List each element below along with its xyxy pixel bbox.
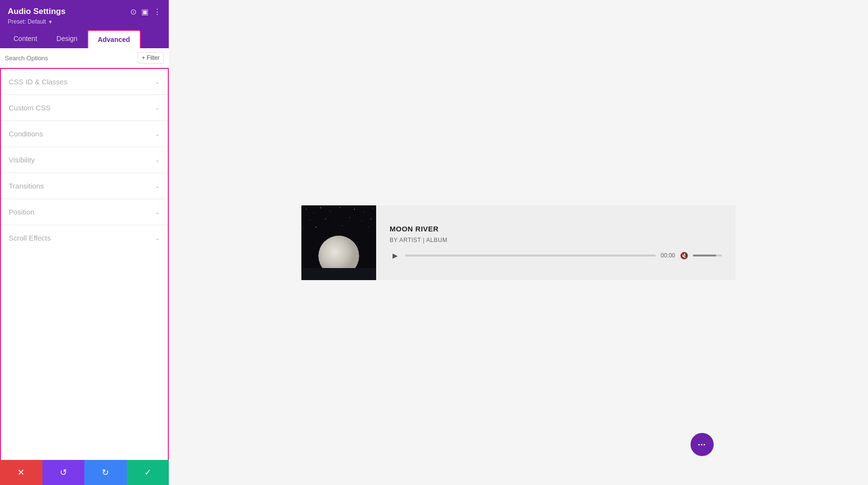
accordion-label-conditions: Conditions xyxy=(9,130,43,138)
chevron-down-icon: ⌄ xyxy=(155,104,160,111)
fab-icon: ••• xyxy=(698,442,706,447)
bottom-toolbar: ✕ ↺ ↻ ✓ xyxy=(0,460,169,485)
fab-button[interactable]: ••• xyxy=(691,433,714,456)
layout-icon[interactable]: ▣ xyxy=(141,7,149,16)
progress-bar[interactable] xyxy=(405,255,656,256)
svg-point-20 xyxy=(369,227,369,227)
accordion-label-position: Position xyxy=(9,208,34,216)
tab-content[interactable]: Content xyxy=(4,30,47,48)
tab-design[interactable]: Design xyxy=(47,30,87,48)
save-icon: ✓ xyxy=(144,467,151,478)
player-controls: ▶ 00:00 🔇 xyxy=(390,250,722,261)
filter-label: + Filter xyxy=(142,54,160,61)
accordion-item-position: Position ⌄ xyxy=(1,199,168,225)
svg-point-13 xyxy=(349,217,350,217)
accordion-header-conditions[interactable]: Conditions ⌄ xyxy=(1,121,168,147)
preset-label: Preset: Default xyxy=(8,18,46,25)
cancel-icon: ✕ xyxy=(17,467,25,478)
accordion-item-css-id: CSS ID & Classes ⌄ xyxy=(1,69,168,95)
svg-rect-27 xyxy=(301,268,376,276)
accordion-label-scroll-effects: Scroll Effects xyxy=(9,234,51,242)
tabs-row: Content Design Advanced xyxy=(0,30,169,48)
accordion-item-visibility: Visibility ⌄ xyxy=(1,147,168,173)
svg-point-8 xyxy=(364,212,365,212)
svg-point-19 xyxy=(342,225,342,226)
svg-point-17 xyxy=(315,227,316,228)
accordion-header-custom-css[interactable]: Custom CSS ⌄ xyxy=(1,95,168,121)
audio-info: MOON RIVER BY ARTIST | ALBUM ▶ 00:00 🔇 xyxy=(376,215,735,270)
accordion-item-transitions: Transitions ⌄ xyxy=(1,173,168,199)
accordion-label-css-id: CSS ID & Classes xyxy=(9,78,68,86)
chevron-down-icon: ⌄ xyxy=(155,156,160,163)
album-art xyxy=(301,205,376,280)
chevron-down-icon: ⌄ xyxy=(155,234,160,242)
accordion-item-scroll-effects: Scroll Effects ⌄ xyxy=(1,225,168,251)
filter-button[interactable]: + Filter xyxy=(137,52,164,64)
svg-point-1 xyxy=(306,209,306,209)
accordion-item-conditions: Conditions ⌄ xyxy=(1,121,168,147)
more-icon[interactable]: ⋮ xyxy=(153,7,161,16)
accordion-header-scroll-effects[interactable]: Scroll Effects ⌄ xyxy=(1,225,168,251)
svg-point-15 xyxy=(371,218,371,219)
tab-advanced[interactable]: Advanced xyxy=(87,30,141,48)
svg-point-16 xyxy=(304,228,304,229)
svg-point-18 xyxy=(328,229,328,229)
redo-button[interactable]: ↻ xyxy=(84,460,127,485)
volume-bar[interactable] xyxy=(693,255,722,256)
accordion-header-transitions[interactable]: Transitions ⌄ xyxy=(1,173,168,199)
accordion-header-position[interactable]: Position ⌄ xyxy=(1,199,168,225)
svg-point-14 xyxy=(362,220,362,221)
accordion-item-custom-css: Custom CSS ⌄ xyxy=(1,95,168,121)
volume-bar-fill xyxy=(693,255,716,256)
chevron-down-icon: ⌄ xyxy=(155,78,160,85)
accordion-label-transitions: Transitions xyxy=(9,182,44,190)
svg-point-6 xyxy=(347,214,348,214)
svg-point-2 xyxy=(313,212,314,213)
time-display: 00:00 xyxy=(661,252,675,259)
chevron-down-icon: ⌄ xyxy=(155,182,160,189)
accordion-header-css-id[interactable]: CSS ID & Classes ⌄ xyxy=(1,69,168,94)
svg-point-3 xyxy=(320,207,321,208)
sidebar: Audio Settings ⊙ ▣ ⋮ Preset: Default ▼ C… xyxy=(0,0,169,485)
preset-caret: ▼ xyxy=(48,19,53,25)
svg-point-10 xyxy=(310,219,311,220)
preset-row[interactable]: Preset: Default ▼ xyxy=(8,18,161,25)
undo-icon: ↺ xyxy=(60,467,67,478)
volume-icon[interactable]: 🔇 xyxy=(680,252,688,259)
save-button[interactable]: ✓ xyxy=(127,460,169,485)
chevron-down-icon: ⌄ xyxy=(155,130,160,137)
accordion-header-visibility[interactable]: Visibility ⌄ xyxy=(1,147,168,173)
svg-point-5 xyxy=(339,207,340,207)
sidebar-header: Audio Settings ⊙ ▣ ⋮ Preset: Default ▼ xyxy=(0,0,169,30)
svg-point-7 xyxy=(354,209,355,210)
cancel-button[interactable]: ✕ xyxy=(0,460,42,485)
album-art-svg xyxy=(301,205,376,280)
search-input[interactable] xyxy=(5,54,135,62)
accordion-label-visibility: Visibility xyxy=(9,156,35,164)
sidebar-title: Audio Settings xyxy=(8,7,66,16)
undo-button[interactable]: ↺ xyxy=(42,460,85,485)
accordion-panel: CSS ID & Classes ⌄ Custom CSS ⌄ Conditio… xyxy=(0,68,169,461)
header-icons: ⊙ ▣ ⋮ xyxy=(130,7,161,16)
track-subtitle: BY ARTIST | ALBUM xyxy=(390,237,722,243)
accordion-label-custom-css: Custom CSS xyxy=(9,104,51,112)
play-button[interactable]: ▶ xyxy=(390,250,400,261)
track-title: MOON RIVER xyxy=(390,225,722,233)
svg-point-12 xyxy=(335,222,336,222)
main-content: MOON RIVER BY ARTIST | ALBUM ▶ 00:00 🔇 •… xyxy=(169,0,868,485)
svg-point-4 xyxy=(330,211,331,211)
redo-icon: ↻ xyxy=(102,467,109,478)
audio-player: MOON RIVER BY ARTIST | ALBUM ▶ 00:00 🔇 xyxy=(301,205,735,280)
svg-point-9 xyxy=(372,208,373,208)
svg-point-11 xyxy=(325,218,326,219)
search-row: + Filter xyxy=(0,48,169,68)
chevron-down-icon: ⌄ xyxy=(155,208,160,216)
settings-icon[interactable]: ⊙ xyxy=(130,7,136,16)
